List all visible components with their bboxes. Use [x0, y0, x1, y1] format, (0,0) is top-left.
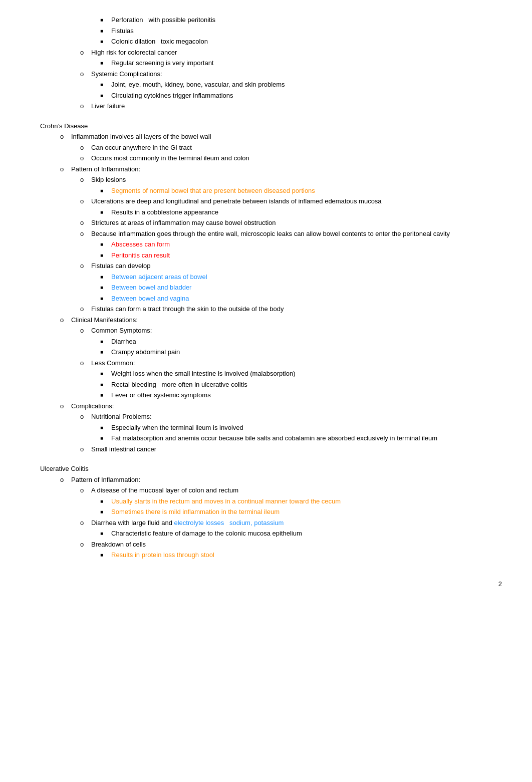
item-text: Fistulas	[111, 26, 502, 36]
bullet-icon: o	[80, 304, 89, 314]
bullet-icon: o	[80, 540, 89, 550]
list-item: o Common Symptoms:	[80, 326, 502, 336]
bullet-icon: ■	[100, 81, 109, 88]
list-item: ■ Fat malabsorption and anemia occur bec…	[100, 433, 502, 443]
item-text: Rectal bleeding more often in ulcerative…	[111, 380, 502, 390]
item-text: Sometimes there is mild inflammation in …	[111, 507, 502, 517]
bullet-icon: ■	[100, 251, 109, 259]
bullet-icon: ■	[100, 27, 109, 35]
list-item: ■ Between bowel and vagina	[100, 294, 502, 304]
bullet-icon: ■	[100, 16, 109, 24]
bullet-icon: ■	[100, 530, 109, 537]
bullet-icon: o	[80, 196, 89, 206]
item-text: Between bowel and vagina	[111, 294, 502, 304]
item-text: Skip lesions	[91, 175, 502, 185]
item-text: Fever or other systemic symptoms	[111, 390, 502, 400]
item-text: Results in protein loss through stool	[111, 550, 502, 560]
bullet-icon: ■	[100, 273, 109, 281]
item-text: Common Symptoms:	[91, 326, 502, 336]
list-item: o Small intestinal cancer	[80, 444, 502, 454]
list-item: o Pattern of Inflammation:	[60, 164, 502, 174]
item-text: Strictures at areas of inflammation may …	[91, 218, 502, 228]
item-text: High risk for colorectal cancer	[91, 48, 502, 58]
item-text: Perforation with possible peritonitis	[111, 15, 502, 25]
bullet-icon: o	[80, 48, 89, 58]
list-item: o High risk for colorectal cancer	[80, 48, 502, 58]
bullet-icon: ■	[100, 208, 109, 216]
item-text: Fistulas can develop	[91, 261, 502, 271]
item-text: Liver failure	[91, 101, 502, 111]
list-item: ■ Circulating cytokines trigger inflamma…	[100, 91, 502, 101]
bullet-icon: o	[80, 69, 89, 79]
list-item: o Fistulas can develop	[80, 261, 502, 271]
item-text: Colonic dilation toxic megacolon	[111, 37, 502, 47]
list-item: ■ Fever or other systemic symptoms	[100, 390, 502, 400]
item-text: Regular screening is very important	[111, 58, 502, 68]
crohns-section: Crohn’s Disease o Inflammation involves …	[40, 121, 502, 454]
list-item: ■ Diarrhea	[100, 337, 502, 347]
list-item: o A disease of the mucosal layer of colo…	[80, 485, 502, 495]
list-item: o Diarrhea with large fluid and electrol…	[80, 518, 502, 528]
list-item: ■ Joint, eye, mouth, kidney, bone, vascu…	[100, 80, 502, 90]
item-text: Breakdown of cells	[91, 540, 502, 550]
list-item: ■ Characteristic feature of damage to th…	[100, 529, 502, 539]
bullet-icon: o	[80, 261, 89, 271]
list-item: ■ Regular screening is very important	[100, 58, 502, 68]
top-section: ■ Perforation with possible peritonitis …	[40, 15, 502, 111]
list-item: ■ Weight loss when the small intestine i…	[100, 369, 502, 379]
page-number: 2	[40, 580, 502, 588]
bullet-icon: ■	[100, 391, 109, 399]
bullet-icon: o	[80, 326, 89, 336]
bullet-icon: o	[80, 143, 89, 153]
item-text: Especially when the terminal ileum is in…	[111, 423, 502, 433]
bullet-icon: o	[60, 401, 69, 411]
list-item: o Inflammation involves all layers of th…	[60, 132, 502, 142]
bullet-icon: o	[80, 153, 89, 163]
bullet-icon: o	[80, 218, 89, 228]
item-text: Abscesses can form	[111, 239, 502, 249]
bullet-icon: ■	[100, 348, 109, 356]
item-text: Nutritional Problems:	[91, 412, 502, 422]
item-text: Fistulas can form a tract through the sk…	[91, 304, 502, 314]
list-item: ■ Results in a cobblestone appearance	[100, 207, 502, 217]
list-item: o Ulcerations are deep and longitudinal …	[80, 196, 502, 206]
list-item: o Fistulas can form a tract through the …	[80, 304, 502, 314]
list-item: ■ Fistulas	[100, 26, 502, 36]
bullet-icon: ■	[100, 508, 109, 515]
list-item: ■ Results in protein loss through stool	[100, 550, 502, 560]
bullet-icon: o	[80, 175, 89, 185]
list-item: ■ Peritonitis can result	[100, 250, 502, 260]
list-item: o Because inflammation goes through the …	[80, 229, 502, 239]
list-item: ■ Crampy abdominal pain	[100, 347, 502, 357]
item-text: Usually starts in the rectum and moves i…	[111, 496, 502, 506]
item-text: Crampy abdominal pain	[111, 347, 502, 357]
item-text: Circulating cytokines trigger inflammati…	[111, 91, 502, 101]
item-text: Less Common:	[91, 358, 502, 368]
list-item: o Less Common:	[80, 358, 502, 368]
item-text: Pattern of Inflammation:	[71, 475, 502, 485]
list-item: o Occurs most commonly in the terminal i…	[80, 153, 502, 163]
bullet-icon: ■	[100, 497, 109, 505]
list-item: ■ Rectal bleeding more often in ulcerati…	[100, 380, 502, 390]
bullet-icon: ■	[100, 240, 109, 248]
list-item: ■ Between bowel and bladder	[100, 283, 502, 293]
bullet-icon: ■	[100, 92, 109, 99]
bullet-icon: o	[60, 164, 69, 174]
list-item: o Liver failure	[80, 101, 502, 111]
bullet-icon: ■	[100, 424, 109, 431]
item-text: Small intestinal cancer	[91, 444, 502, 454]
list-item: ■ Colonic dilation toxic megacolon	[100, 37, 502, 47]
bullet-icon: ■	[100, 434, 109, 442]
bullet-icon: ■	[100, 370, 109, 377]
list-item: ■ Segments of normal bowel that are pres…	[100, 186, 502, 196]
list-item: o Systemic Complications:	[80, 69, 502, 79]
page-content: ■ Perforation with possible peritonitis …	[40, 15, 502, 588]
item-text: Between adjacent areas of bowel	[111, 272, 502, 282]
item-text: Diarrhea	[111, 337, 502, 347]
bullet-icon: o	[80, 444, 89, 454]
item-text: Complications:	[71, 401, 502, 411]
list-item: ■ Sometimes there is mild inflammation i…	[100, 507, 502, 517]
bullet-icon: o	[80, 101, 89, 111]
item-text: Pattern of Inflammation:	[71, 164, 502, 174]
bullet-icon: ■	[100, 59, 109, 67]
